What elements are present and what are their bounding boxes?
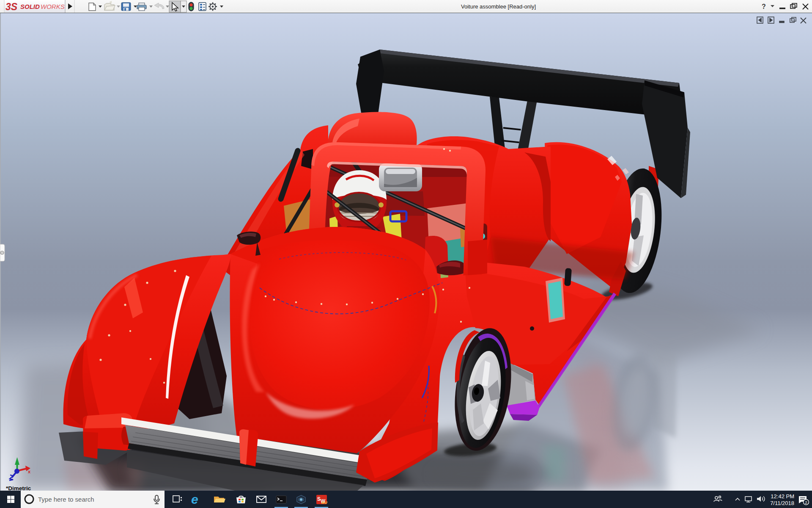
svg-text:2: 2 <box>805 500 807 505</box>
svg-text:2017: 2017 <box>321 501 328 504</box>
svg-text:S: S <box>317 496 321 502</box>
svg-text:3S: 3S <box>5 1 18 12</box>
svg-text:Voiture assomblee [Read-only]: Voiture assomblee [Read-only] <box>461 3 536 10</box>
svg-text:Type here to search: Type here to search <box>38 496 94 503</box>
svg-text:x: x <box>28 469 31 474</box>
svg-text:7/11/2018: 7/11/2018 <box>770 500 794 506</box>
svg-text:WORKS: WORKS <box>41 3 65 10</box>
svg-text:e: e <box>191 492 198 506</box>
svg-text:?: ? <box>762 3 766 10</box>
svg-text:12:42 PM: 12:42 PM <box>771 493 794 500</box>
svg-text:SOLID: SOLID <box>20 3 40 10</box>
